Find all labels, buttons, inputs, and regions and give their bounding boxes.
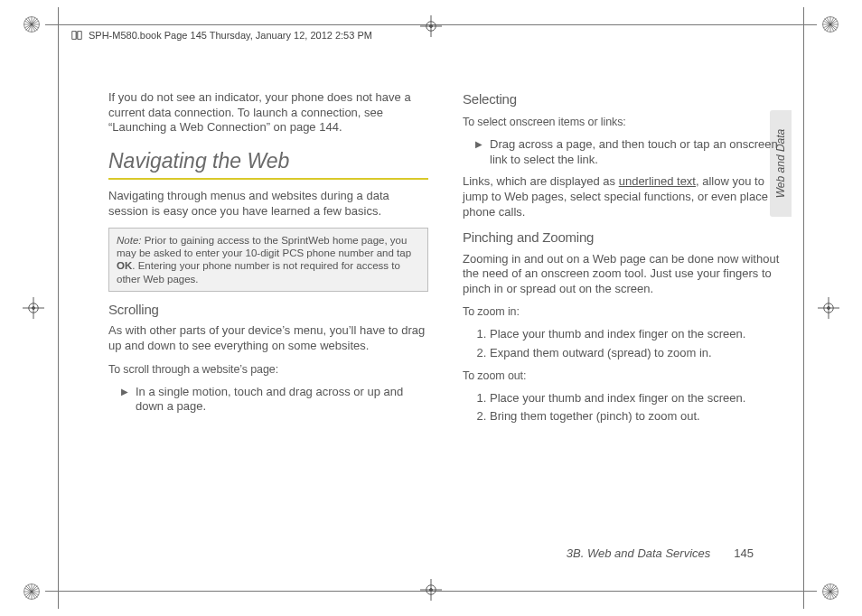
note-text-post: . Entering your phone number is not requ… bbox=[117, 260, 400, 284]
note-text-pre: Prior to gaining access to the SprintWeb… bbox=[117, 235, 411, 258]
color-wheel-icon bbox=[20, 580, 43, 603]
triangle-bullet-icon: ▶ bbox=[475, 137, 483, 167]
svg-point-55 bbox=[430, 589, 433, 592]
list-item: Bring them together (pinch) to zoom out. bbox=[490, 409, 782, 425]
book-icon bbox=[70, 29, 83, 42]
scrolling-paragraph: As with other parts of your device’s men… bbox=[108, 323, 428, 353]
zoom-out-list: Place your thumb and index finger on the… bbox=[463, 391, 782, 425]
registration-mark-icon bbox=[417, 576, 445, 603]
list-item: Place your thumb and index finger on the… bbox=[490, 391, 782, 406]
list-item: Expand them outward (spread) to zoom in. bbox=[490, 346, 782, 361]
links-pre: Links, which are displayed as bbox=[463, 174, 619, 188]
heading-selecting: Selecting bbox=[463, 90, 782, 107]
nav-intro-paragraph: Navigating through menus and websites du… bbox=[108, 189, 428, 219]
registration-mark-icon bbox=[417, 13, 445, 40]
color-wheel-icon bbox=[20, 13, 43, 36]
zoom-out-instruction: To zoom out: bbox=[463, 369, 782, 383]
list-item: Place your thumb and index finger on the… bbox=[490, 327, 782, 342]
links-paragraph: Links, which are displayed as underlined… bbox=[463, 174, 782, 219]
triangle-bullet-icon: ▶ bbox=[121, 385, 128, 415]
document-header-text: SPH-M580.book Page 145 Thursday, January… bbox=[89, 30, 372, 41]
right-column: Selecting To select onscreen items or li… bbox=[463, 90, 782, 544]
scroll-bullet-item: ▶ In a single motion, touch and drag acr… bbox=[108, 385, 428, 415]
note-box: Note: Prior to gaining access to the Spr… bbox=[108, 228, 428, 293]
scroll-bullet-text: In a single motion, touch and drag acros… bbox=[136, 385, 428, 415]
select-bullet-item: ▶ Drag across a page, and then touch or … bbox=[463, 137, 782, 167]
document-header: SPH-M580.book Page 145 Thursday, January… bbox=[70, 29, 372, 42]
select-bullet-text: Drag across a page, and then touch or ta… bbox=[490, 137, 782, 167]
color-wheel-icon bbox=[819, 13, 842, 36]
svg-point-47 bbox=[828, 307, 830, 310]
note-bold-ok: OK bbox=[117, 260, 132, 271]
crop-line-left bbox=[58, 7, 59, 609]
svg-point-43 bbox=[33, 307, 35, 310]
heading-navigating-web: Navigating the Web bbox=[108, 148, 428, 174]
zoom-in-instruction: To zoom in: bbox=[463, 304, 782, 319]
footer-section-title: 3B. Web and Data Services bbox=[567, 546, 710, 560]
links-underlined: underlined text bbox=[619, 174, 696, 188]
color-wheel-icon bbox=[819, 580, 842, 603]
heading-scrolling: Scrolling bbox=[108, 301, 428, 318]
select-instruction: To select onscreen items or links: bbox=[463, 115, 782, 129]
heading-underline bbox=[108, 178, 428, 180]
pinch-paragraph: Zooming in and out on a Web page can be … bbox=[463, 252, 782, 297]
footer-page-number: 145 bbox=[734, 546, 754, 560]
left-column: If you do not see an indicator, your pho… bbox=[108, 90, 428, 544]
crop-line-right bbox=[803, 7, 804, 609]
svg-point-51 bbox=[430, 25, 433, 28]
registration-mark-icon bbox=[20, 294, 47, 322]
heading-pinching-zooming: Pinching and Zooming bbox=[463, 229, 782, 246]
page-content: If you do not see an indicator, your pho… bbox=[108, 90, 782, 544]
registration-mark-icon bbox=[815, 294, 842, 322]
page-footer: 3B. Web and Data Services 145 bbox=[567, 546, 754, 560]
zoom-in-list: Place your thumb and index finger on the… bbox=[463, 327, 782, 360]
intro-paragraph: If you do not see an indicator, your pho… bbox=[108, 90, 428, 135]
note-label: Note: bbox=[117, 235, 142, 246]
scroll-instruction: To scroll through a website’s page: bbox=[108, 362, 428, 377]
